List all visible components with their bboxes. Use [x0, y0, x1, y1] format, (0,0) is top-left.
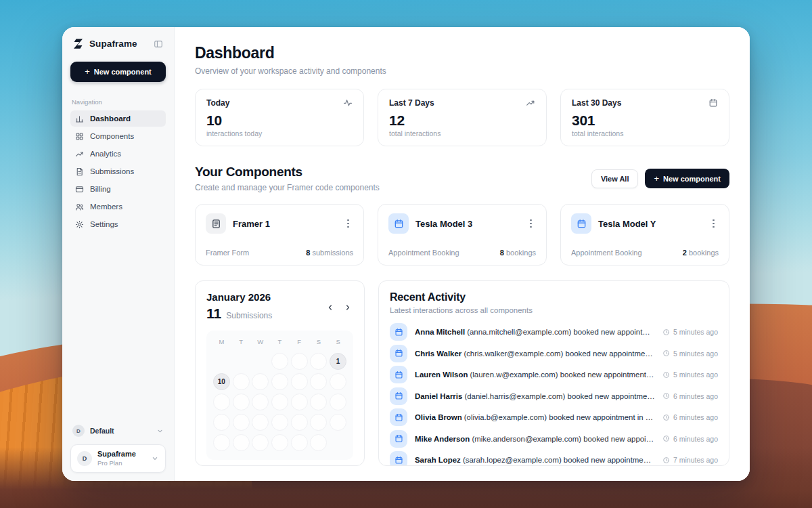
- activity-text: Mike Anderson (mike.anderson@example.com…: [415, 435, 655, 443]
- calendar-day-cell[interactable]: [271, 394, 288, 410]
- component-menu-button[interactable]: [708, 217, 719, 231]
- booking-calendar-icon: [390, 408, 407, 426]
- calendar-day-cell[interactable]: [252, 414, 269, 431]
- sidebar-item-members[interactable]: Members: [70, 198, 166, 215]
- file-icon: [75, 167, 84, 176]
- chevron-down-icon: [151, 454, 159, 463]
- new-component-button[interactable]: + New component: [645, 169, 729, 188]
- sidebar-item-dashboard[interactable]: Dashboard: [70, 110, 166, 127]
- calendar-day-cell[interactable]: [310, 373, 327, 390]
- component-card-footer: Appointment Booking2 bookings: [571, 249, 719, 257]
- component-type: Framer Form: [206, 249, 249, 257]
- calendar-day-count[interactable]: 10: [213, 373, 230, 390]
- calendar-weekday-label: T: [239, 338, 243, 350]
- calendar-day-cell[interactable]: [310, 434, 327, 451]
- calendar-day-cell[interactable]: [271, 434, 288, 451]
- activity-text: Sarah Lopez (sarah.lopez@example.com) bo…: [415, 456, 655, 464]
- plus-icon: +: [654, 174, 659, 183]
- component-count: 8 submissions: [306, 249, 353, 257]
- activity-row: Olivia Brown (olivia.b@example.com) book…: [390, 408, 718, 426]
- booking-calendar-icon: [390, 451, 407, 466]
- stat-sublabel: total interactions: [389, 129, 535, 137]
- calendar-day-cell[interactable]: [310, 353, 327, 370]
- sidebar-collapse-button[interactable]: [152, 38, 164, 50]
- calendar-icon: [708, 98, 718, 108]
- calendar-day-cell[interactable]: [233, 394, 250, 410]
- component-card[interactable]: Tesla Model 3Appointment Booking8 bookin…: [378, 204, 547, 266]
- calendar-day-cell[interactable]: [310, 414, 327, 431]
- chevron-down-icon: [156, 427, 164, 435]
- activity-text: Chris Walker (chris.walker@example.com) …: [415, 350, 655, 358]
- calendar-day-cell[interactable]: [291, 373, 308, 390]
- calendar-day-cell[interactable]: [271, 414, 288, 431]
- sidebar-new-component-button[interactable]: + New component: [70, 62, 166, 82]
- calendar-empty-cell: [213, 353, 230, 370]
- component-card[interactable]: Tesla Model YAppointment Booking2 bookin…: [560, 204, 729, 266]
- calendar-month-label: January 2026: [206, 291, 353, 303]
- calendar-empty-cell: [330, 434, 346, 451]
- calendar-next-button[interactable]: [342, 302, 353, 313]
- calendar-day-cell[interactable]: [213, 434, 230, 451]
- calendar-day-cell[interactable]: [271, 353, 288, 370]
- sidebar-item-billing[interactable]: Billing: [70, 181, 166, 197]
- calendar-icon: [388, 213, 409, 234]
- calendar-day-cell[interactable]: [291, 414, 308, 431]
- stat-label: Today: [206, 98, 229, 108]
- calendar-day-cell[interactable]: [213, 394, 230, 410]
- brand-name: Supaframe: [89, 39, 148, 49]
- calendar-prev-button[interactable]: [325, 302, 336, 313]
- gear-icon: [75, 220, 84, 229]
- activity-row: Lauren Wilson (lauren.w@example.com) boo…: [390, 366, 718, 383]
- sidebar-item-settings[interactable]: Settings: [70, 216, 166, 232]
- calendar-day-cell[interactable]: [330, 373, 346, 390]
- component-menu-button[interactable]: [343, 217, 353, 231]
- calendar-day-cell[interactable]: [252, 373, 269, 390]
- calendar-day-cell[interactable]: [310, 394, 327, 410]
- calendar-day-cell[interactable]: [252, 394, 269, 410]
- calendar-day-cell[interactable]: [330, 394, 346, 410]
- activity-time-label: 5 minutes ago: [673, 328, 718, 336]
- calendar-day-cell[interactable]: [252, 434, 269, 451]
- component-card[interactable]: Framer 1Framer Form8 submissions: [195, 204, 364, 266]
- calendar-day-cell[interactable]: [291, 434, 308, 451]
- activity-text: Olivia Brown (olivia.b@example.com) book…: [415, 413, 655, 421]
- activity-text: Daniel Harris (daniel.harris@example.com…: [415, 392, 655, 400]
- calendar-day-cell[interactable]: [233, 434, 250, 451]
- calendar-grid-panel: MTWTFSS110: [206, 331, 353, 460]
- new-component-label: New component: [94, 68, 152, 76]
- component-card-header: Tesla Model Y: [571, 213, 719, 234]
- calendar-day-cell[interactable]: [291, 353, 308, 370]
- stat-sublabel: interactions today: [206, 129, 353, 137]
- environment-selector[interactable]: D Default: [70, 425, 166, 437]
- calendar-empty-cell: [252, 353, 269, 370]
- view-all-button[interactable]: View All: [591, 169, 639, 188]
- calendar-day-cell[interactable]: [291, 394, 308, 410]
- calendar-day-cell[interactable]: [233, 414, 250, 431]
- calendar-weekday-label: T: [278, 338, 282, 350]
- calendar-weekday-label: F: [297, 338, 301, 350]
- sidebar-nav: DashboardComponentsAnalyticsSubmissionsB…: [70, 110, 166, 232]
- workspace-name: Supaframe: [97, 450, 145, 459]
- clock-icon: [662, 457, 670, 464]
- component-menu-button[interactable]: [526, 217, 536, 231]
- stat-card-header: Today: [206, 98, 353, 108]
- stat-card: Today10interactions today: [195, 89, 364, 146]
- clock-icon: [662, 392, 670, 400]
- workspace-selector[interactable]: D Supaframe Pro Plan: [70, 444, 166, 473]
- users-icon: [75, 203, 84, 211]
- calendar-day-count[interactable]: 1: [330, 353, 346, 370]
- recent-activity-subtitle: Latest interactions across all component…: [390, 306, 718, 314]
- supaframe-logo-icon: [72, 37, 85, 50]
- sidebar-item-components[interactable]: Components: [70, 128, 166, 144]
- stat-sublabel: total interactions: [572, 129, 718, 137]
- components-section-title: Your Components: [195, 165, 380, 179]
- calendar-day-cell[interactable]: [271, 373, 288, 390]
- calendar-day-cell[interactable]: [330, 414, 346, 431]
- sidebar-item-label: Submissions: [90, 167, 134, 175]
- sidebar-item-analytics[interactable]: Analytics: [70, 146, 166, 162]
- calendar-day-cell[interactable]: [233, 373, 250, 390]
- components-section-titles: Your Components Create and manage your F…: [195, 165, 380, 192]
- brand-row: Supaframe: [70, 37, 166, 50]
- sidebar-item-submissions[interactable]: Submissions: [70, 163, 166, 179]
- calendar-day-cell[interactable]: [213, 414, 230, 431]
